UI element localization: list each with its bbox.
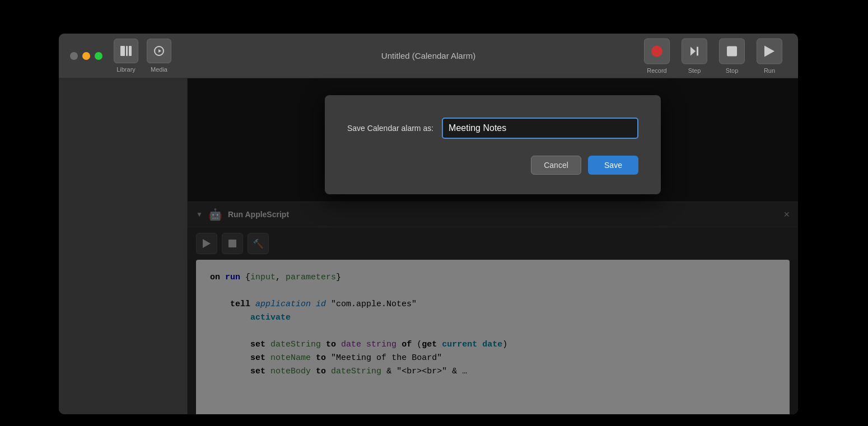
save-dialog-label: Save Calendar alarm as: [347,124,433,133]
sidebar [59,78,188,414]
content-area: Save Calendar alarm as: Cancel Save ▼ 🤖 … [59,78,798,414]
svg-rect-4 [697,46,698,55]
stop-square-icon [727,46,737,56]
automator-window: Library Media Untitled (Calendar Alarm) … [59,34,798,414]
svg-rect-2 [129,46,132,56]
window-title: Untitled (Calendar Alarm) [381,51,475,60]
svg-rect-0 [120,46,125,56]
save-name-input[interactable] [442,118,638,139]
media-label: Media [151,66,167,73]
library-button[interactable]: Library [114,39,138,73]
dialog-overlay: Save Calendar alarm as: Cancel Save [188,78,798,414]
main-area: Save Calendar alarm as: Cancel Save ▼ 🤖 … [188,78,798,414]
maximize-button[interactable] [95,52,102,60]
library-icon-box [114,39,138,63]
stop-label: Stop [726,67,739,73]
media-button[interactable]: Media [147,39,171,73]
minimize-button[interactable] [82,52,90,60]
media-icon [152,44,166,58]
close-button[interactable] [70,52,78,60]
run-button[interactable]: Run [752,35,787,76]
svg-marker-3 [690,46,696,55]
step-label: Step [688,67,701,73]
toolbar-right: Record Step Stop [640,35,787,76]
record-label: Record [647,67,666,73]
run-triangle-icon [764,45,774,57]
title-bar: Library Media Untitled (Calendar Alarm) … [59,34,798,78]
step-icon [688,44,701,58]
save-button[interactable]: Save [588,156,638,175]
stop-icon-box [719,38,745,64]
library-label: Library [116,66,136,73]
stop-button[interactable]: Stop [715,35,749,76]
run-icon-box [757,38,782,64]
record-button[interactable]: Record [640,35,674,76]
window-controls [70,52,102,60]
save-dialog-row: Save Calendar alarm as: [347,118,638,139]
svg-rect-1 [126,46,128,56]
run-label: Run [764,67,775,73]
library-icon [119,44,133,58]
step-button[interactable]: Step [677,35,712,76]
record-dot-icon [651,45,662,57]
toolbar-left: Library Media [114,39,171,73]
step-icon-box [682,38,707,64]
cancel-button[interactable]: Cancel [531,156,581,175]
record-icon-box [644,38,670,64]
save-dialog-buttons: Cancel Save [347,156,638,175]
media-icon-box [147,39,171,63]
save-dialog: Save Calendar alarm as: Cancel Save [325,95,661,194]
